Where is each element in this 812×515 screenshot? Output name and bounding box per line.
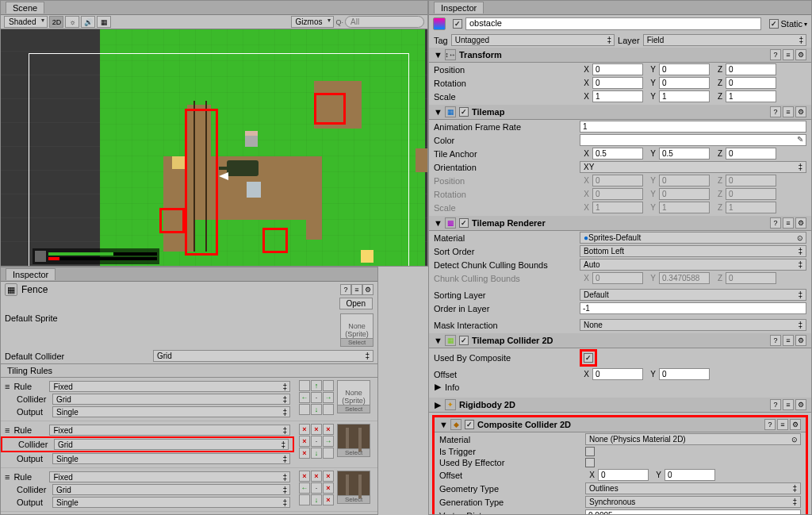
rule-mode-dropdown[interactable]: Fixed [49,381,290,392]
drag-handle-icon[interactable]: ≡ [5,382,10,391]
docs-icon[interactable]: ? [770,49,781,60]
foldout-icon[interactable]: ▶ [434,400,442,410]
output-dropdown[interactable]: Single [52,453,290,464]
tilemap-enabled-checkbox[interactable] [459,107,469,117]
preset-icon[interactable]: ≡ [783,217,794,229]
order-in-layer-input[interactable] [580,302,806,314]
tilemap-header[interactable]: ▼ ▦ Tilemap ?≡⚙ [429,105,811,120]
gear-icon[interactable]: ⚙ [795,335,806,346]
gear-icon[interactable]: ⚙ [795,217,806,229]
rotation-z-input[interactable] [726,77,776,89]
scale-x-input[interactable] [592,90,643,102]
rule-sprite-slot[interactable]: None (Sprite) Select [337,380,370,413]
rigidbody-header[interactable]: ▶ ✦ Rigidbody 2D ?≡⚙ [429,398,811,413]
position-x-input[interactable] [592,63,643,75]
orientation-dropdown[interactable]: XY [580,161,806,173]
scene-search-input[interactable] [345,16,424,28]
foldout-icon[interactable]: ▼ [434,218,442,228]
docs-icon[interactable]: ? [770,106,781,117]
shading-mode-dropdown[interactable]: Shaded [4,16,48,28]
rule-sprite-slot[interactable]: Select [337,471,370,504]
docs-icon[interactable]: ? [764,419,776,430]
layer-dropdown[interactable]: Field [643,34,806,46]
docs-icon[interactable]: ? [770,335,781,346]
physics-material-field[interactable]: None (Physics Material 2D) [585,433,801,445]
foldout-icon[interactable]: ▼ [434,50,442,60]
is-trigger-checkbox[interactable] [585,447,595,456]
geometry-type-dropdown[interactable]: Outlines [585,482,801,494]
preset-icon[interactable]: ≡ [351,284,362,295]
rule-mode-dropdown[interactable]: Fixed [49,425,290,436]
tile-anchor-z-input[interactable] [726,148,776,159]
preset-icon[interactable]: ≡ [783,335,794,346]
detect-culling-dropdown[interactable]: Auto [580,259,806,271]
rotation-x-input[interactable] [592,77,643,89]
gameobject-name-input[interactable]: obstacle [465,17,761,30]
anim-frame-rate-input[interactable] [580,121,806,133]
gear-icon[interactable]: ⚙ [795,49,806,60]
tilemap-collider-header[interactable]: ▼ ▦ Tilemap Collider 2D ?≡⚙ [429,333,811,348]
neighbor-grid[interactable]: ↑ ←·→ ↓ [299,380,334,415]
rule-inspector-tab[interactable]: Inspector [6,268,56,280]
material-field[interactable]: ● Sprites-Default [580,232,806,244]
tilemap-collider-enabled-checkbox[interactable] [459,336,469,345]
collider-dropdown[interactable]: Grid [52,394,290,405]
rotation-y-input[interactable] [659,77,710,89]
scene-canvas[interactable] [1,29,427,266]
vertex-distance-input[interactable] [585,509,801,515]
scene-tab[interactable]: Scene [6,2,44,13]
output-dropdown[interactable]: Single [52,406,290,417]
mask-interaction-dropdown[interactable]: None [580,319,806,331]
rule-mode-dropdown[interactable]: Fixed [49,471,290,482]
drag-handle-icon[interactable]: ≡ [5,472,10,482]
default-collider-dropdown[interactable]: Grid [153,350,373,362]
toggle-2d-button[interactable]: 2D [49,16,63,28]
tile-anchor-y-input[interactable] [659,148,710,159]
preset-icon[interactable]: ≡ [777,419,788,430]
collider-offset-x-input[interactable] [592,368,643,380]
preset-icon[interactable]: ≡ [783,106,794,117]
position-y-input[interactable] [659,63,710,75]
tilemap-renderer-enabled-checkbox[interactable] [459,218,469,228]
rule-sprite-slot[interactable]: Select [337,424,370,457]
gameobject-icon[interactable] [433,17,446,30]
sorting-layer-dropdown[interactable]: Default [580,289,806,301]
collider-dropdown[interactable]: Grid [54,439,289,450]
static-checkbox[interactable] [769,19,779,29]
gear-icon[interactable]: ⚙ [795,106,806,117]
used-by-effector-checkbox[interactable] [585,458,595,467]
gizmos-dropdown[interactable]: Gizmos [291,16,335,28]
gear-icon[interactable]: ⚙ [362,284,373,295]
lighting-toggle-icon[interactable]: ☼ [65,16,79,28]
docs-icon[interactable]: ? [340,284,351,295]
collider-dropdown[interactable]: Grid [52,484,290,495]
select-label[interactable]: Select [341,338,373,346]
foldout-icon[interactable]: ▼ [439,420,447,429]
docs-icon[interactable]: ? [770,399,781,410]
output-dropdown[interactable]: Single [52,497,290,508]
inspector-tab[interactable]: Inspector [434,2,484,13]
generation-type-dropdown[interactable]: Synchronous [585,496,801,508]
effects-toggle-icon[interactable]: ▦ [97,16,111,28]
position-z-input[interactable] [726,63,776,75]
preset-icon[interactable]: ≡ [783,399,794,410]
scale-y-input[interactable] [659,90,710,102]
audio-toggle-icon[interactable]: 🔊 [81,16,95,28]
composite-offset-x-input[interactable] [598,469,649,481]
composite-offset-y-input[interactable] [665,469,715,481]
scale-z-input[interactable] [726,90,776,102]
sort-order-dropdown[interactable]: Bottom Left [580,245,806,257]
tilemap-color-field[interactable] [580,134,806,146]
preset-icon[interactable]: ≡ [783,49,794,60]
open-button[interactable]: Open [339,298,373,309]
docs-icon[interactable]: ? [770,217,781,229]
static-dropdown-arrow-icon[interactable]: ▾ [804,21,807,28]
tag-dropdown[interactable]: Untagged [451,34,615,46]
gear-icon[interactable]: ⚙ [790,419,801,430]
composite-collider-header[interactable]: ▼ ◆ Composite Collider 2D ?≡⚙ [435,417,806,432]
gear-icon[interactable]: ⚙ [795,399,806,410]
used-by-composite-checkbox[interactable] [584,353,593,363]
default-sprite-slot[interactable]: None (Sprite) Select [340,313,373,347]
neighbor-grid[interactable]: ××× ←·× ↓× [299,471,334,505]
composite-collider-enabled-checkbox[interactable] [465,420,474,429]
